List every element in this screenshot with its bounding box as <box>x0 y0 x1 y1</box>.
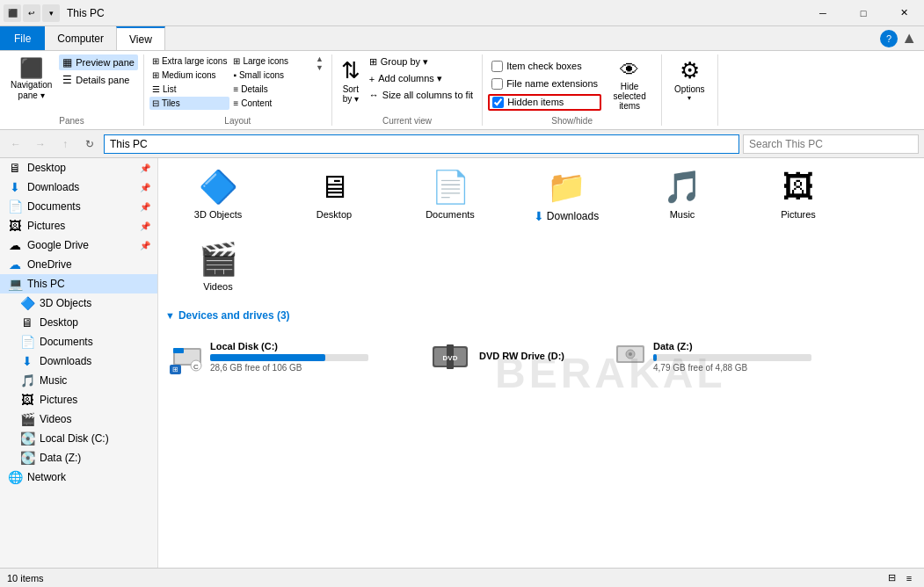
devices-label: Devices and drives (3) <box>178 309 290 322</box>
ribbon-expand-icon[interactable]: ▲ <box>901 29 917 47</box>
folder-music[interactable]: 🎵 Music <box>629 165 735 227</box>
tiles-view-button[interactable]: ⊟ <box>884 570 899 586</box>
sidebar-item-pictures2[interactable]: 🖼 Pictures <box>0 390 157 409</box>
sort-by-button[interactable]: ⇅ Sortby ▾ <box>338 54 364 106</box>
add-columns-button[interactable]: + Add columns ▾ <box>366 71 477 86</box>
hide-selected-button[interactable]: 👁 Hide selected items <box>603 56 656 113</box>
folder-pictures[interactable]: 🖼 Pictures <box>746 165 851 227</box>
window-title: This PC <box>67 7 105 19</box>
sidebar-item-thispc[interactable]: 💻 This PC <box>0 274 157 294</box>
downloads-arrow-icon: ⬇ <box>534 209 544 223</box>
sidebar-item-desktop2[interactable]: 🖥 Desktop <box>0 313 157 332</box>
details-pane-button[interactable]: ☰ Details pane <box>59 72 138 88</box>
sidebar-item-downloads2[interactable]: ⬇ Downloads <box>0 351 157 371</box>
pictures2-icon: 🖼 <box>19 393 35 407</box>
drive-dvd-icon: DVD <box>428 335 472 379</box>
hidden-items-row[interactable]: Hidden items <box>488 94 601 111</box>
back-button[interactable]: ← <box>5 134 26 155</box>
address-input[interactable] <box>104 134 739 154</box>
layout-medium[interactable]: ⊞ Medium icons <box>149 69 229 82</box>
group-by-button[interactable]: ⊞ Group by ▾ <box>366 54 477 69</box>
item-checkboxes-row[interactable]: Item check boxes <box>488 59 601 74</box>
options-button[interactable]: ⚙ Options ▾ <box>667 54 711 105</box>
content-area: BERAKAL 🔷 3D Objects 🖥 Desktop 📄 Documen… <box>158 158 924 568</box>
minimize-button[interactable]: ─ <box>803 0 843 26</box>
googledrive-icon: ☁ <box>7 238 23 252</box>
sidebar-item-music[interactable]: 🎵 Music <box>0 371 157 390</box>
layout-tiles[interactable]: ⊟ Tiles <box>149 97 229 110</box>
drive-dvd[interactable]: DVD DVD RW Drive (D:) <box>422 329 598 385</box>
devices-header: ▼ Devices and drives (3) <box>165 309 917 322</box>
navigation-pane-icon: ⬛ <box>19 57 43 80</box>
ribbon-group-layout: ⊞ Extra large icons ⊞ Large icons ⊞ Medi… <box>144 54 332 126</box>
desktop-icon: 🖥 <box>7 161 23 175</box>
group-by-label: Group by ▾ <box>381 56 428 68</box>
item-checkboxes-checkbox[interactable] <box>491 61 503 72</box>
hidden-items-checkbox[interactable] <box>492 97 504 108</box>
drive-z[interactable]: Data (Z:) 4,79 GB free of 4,88 GB <box>608 329 855 385</box>
devices-collapse-icon[interactable]: ▼ <box>165 310 175 321</box>
sidebar-item-localdisk[interactable]: 💽 Local Disk (C:) <box>0 429 157 448</box>
refresh-button[interactable]: ↻ <box>79 134 100 155</box>
details-view-button[interactable]: ≡ <box>901 570 917 586</box>
size-all-columns-button[interactable]: ↔ Size all columns to fit <box>366 88 477 102</box>
folder-desktop[interactable]: 🖥 Desktop <box>281 165 387 227</box>
item-count: 10 items <box>7 573 44 583</box>
folder-3dobjects[interactable]: 🔷 3D Objects <box>165 165 271 227</box>
sidebar-item-onedrive[interactable]: ☁ OneDrive <box>0 255 157 274</box>
sidebar-item-downloads[interactable]: ⬇ Downloads 📌 <box>0 178 157 197</box>
menu-computer[interactable]: Computer <box>45 26 116 50</box>
folder-documents[interactable]: 📄 Documents <box>397 165 503 227</box>
drives-grid: C ⊞ Local Disk (C:) 28,6 GB free of 106 … <box>165 329 917 385</box>
group-by-icon: ⊞ <box>369 56 377 68</box>
file-name-extensions-row[interactable]: File name extensions <box>488 76 601 91</box>
pin-icon-doc: 📌 <box>140 202 150 212</box>
sidebar-item-documents2[interactable]: 📄 Documents <box>0 332 157 351</box>
forward-button[interactable]: → <box>30 134 51 155</box>
sidebar-item-desktop[interactable]: 🖥 Desktop 📌 <box>0 158 157 178</box>
drive-z-bar-fill <box>653 354 657 361</box>
up-button[interactable]: ↑ <box>55 134 76 155</box>
navigation-pane-button[interactable]: ⬛ Navigationpane ▾ <box>5 54 57 104</box>
downloads-icon: ⬇ <box>7 180 23 194</box>
close-button[interactable]: ✕ <box>884 0 924 26</box>
sidebar-item-3dobjects[interactable]: 🔷 3D Objects <box>0 294 157 313</box>
layout-details[interactable]: ≡ Details <box>230 83 310 96</box>
preview-pane-button[interactable]: ▦ Preview pane <box>59 54 138 70</box>
folder-music-icon: 🎵 <box>663 169 702 206</box>
layout-small[interactable]: ▪ Small icons <box>230 69 310 82</box>
layout-large[interactable]: ⊞ Large icons <box>230 54 310 68</box>
search-input[interactable] <box>743 134 919 154</box>
layout-list[interactable]: ☰ List <box>149 83 229 96</box>
sidebar-item-pictures[interactable]: 🖼 Pictures 📌 <box>0 216 157 236</box>
downloads2-icon: ⬇ <box>19 354 35 368</box>
svg-text:DVD: DVD <box>443 354 458 362</box>
ribbon-group-current-view: ⇅ Sortby ▾ ⊞ Group by ▾ + Add columns ▾ … <box>332 54 483 126</box>
sidebar-item-googledrive[interactable]: ☁ Google Drive 📌 <box>0 236 157 255</box>
quick-access-btn-2[interactable]: ↩ <box>23 4 40 22</box>
folders-grid: 🔷 3D Objects 🖥 Desktop 📄 Documents 📁 ⬇ D… <box>165 165 917 295</box>
help-button[interactable]: ? <box>880 30 898 47</box>
folder-videos-icon: 🎬 <box>199 241 238 278</box>
sidebar-item-videos[interactable]: 🎬 Videos <box>0 409 157 429</box>
sidebar-item-dataz[interactable]: 💽 Data (Z:) <box>0 448 157 467</box>
layout-expand-btn[interactable]: ▲▼ <box>313 54 326 72</box>
folder-downloads[interactable]: 📁 ⬇ Downloads <box>513 165 619 227</box>
quick-access-btn-1[interactable]: ⬛ <box>4 4 21 22</box>
svg-point-12 <box>629 352 632 356</box>
layout-content[interactable]: ≡ Content <box>230 97 310 110</box>
folder-videos[interactable]: 🎬 Videos <box>165 237 271 295</box>
drive-c[interactable]: C ⊞ Local Disk (C:) 28,6 GB free of 106 … <box>165 329 411 385</box>
pin-icon: 📌 <box>140 163 150 173</box>
menu-view[interactable]: View <box>116 26 165 50</box>
sidebar-item-network[interactable]: 🌐 Network <box>0 467 157 487</box>
folder-documents-icon: 📄 <box>431 169 470 206</box>
sort-label: Sortby ▾ <box>343 84 359 104</box>
sidebar-item-documents[interactable]: 📄 Documents 📌 <box>0 197 157 216</box>
layout-extra-large[interactable]: ⊞ Extra large icons <box>149 54 229 68</box>
file-name-extensions-checkbox[interactable] <box>491 78 503 90</box>
drive-dvd-name: DVD RW Drive (D:) <box>479 351 592 361</box>
quick-access-dropdown[interactable]: ▾ <box>42 4 60 22</box>
maximize-button[interactable]: □ <box>843 0 884 26</box>
menu-file[interactable]: File <box>0 26 45 50</box>
